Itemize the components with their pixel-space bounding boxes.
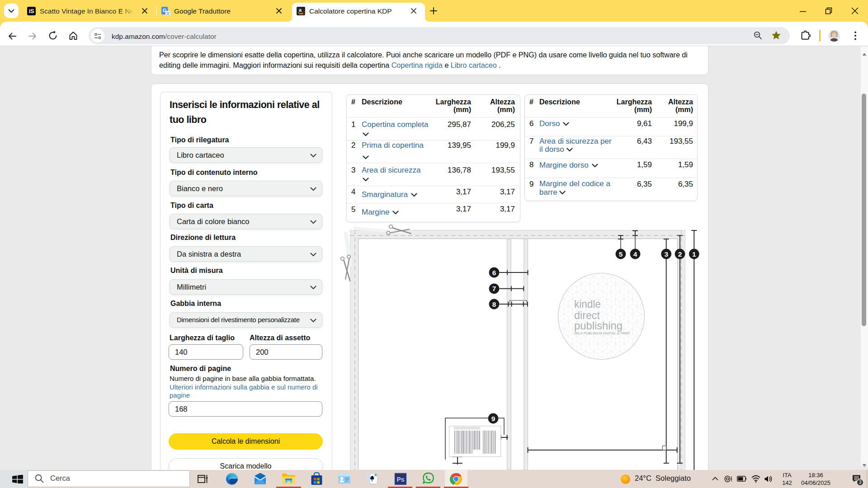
svg-text:a: a [299,7,302,13]
svg-text:publishing: publishing [574,319,623,332]
svg-text:6: 6 [492,269,496,277]
svg-text:7: 7 [492,285,496,292]
svg-text:kindle: kindle [574,298,601,310]
svg-text:SELF-PUBLISH IN DIGITAL & PRIN: SELF-PUBLISH IN DIGITAL & PRINT [574,332,631,335]
svg-text:8: 8 [492,300,496,308]
svg-text:1: 1 [692,250,696,258]
svg-text:Ps: Ps [396,476,404,483]
svg-text:4: 4 [633,250,637,258]
svg-text:2: 2 [678,250,682,258]
svg-text:文: 文 [166,11,170,16]
svg-text:9: 9 [491,415,495,422]
svg-text:5: 5 [619,250,623,258]
svg-text:3: 3 [664,250,668,258]
